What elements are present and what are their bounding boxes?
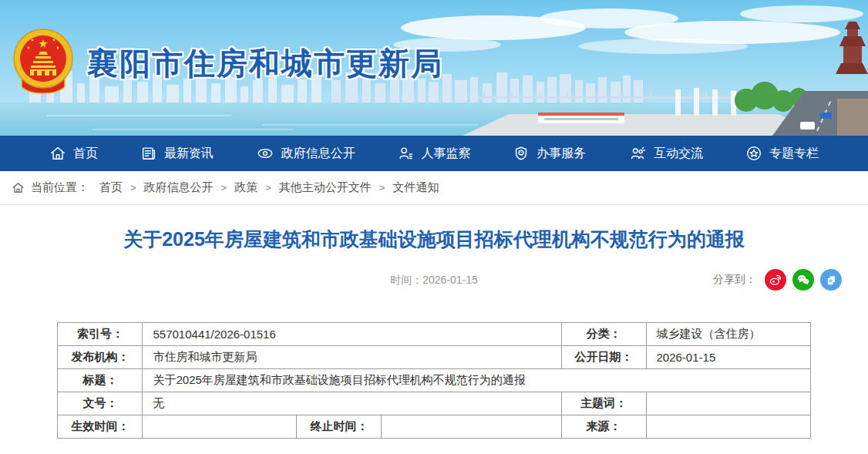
table-row: 生效时间： 终止时间： 来源：: [58, 415, 810, 439]
source-value: [646, 415, 810, 439]
issuing-agency-value: 市住房和城市更新局: [143, 346, 561, 369]
share-label: 分享到：: [713, 273, 756, 287]
expiry-date-label: 终止时间：: [297, 415, 382, 439]
keywords-value: [646, 392, 810, 415]
category-label: 分类：: [561, 323, 646, 346]
index-number-label: 索引号：: [58, 323, 143, 346]
effective-date-value: [143, 415, 297, 439]
publish-date-value: 2026-01-15: [646, 346, 810, 369]
nav-item-label: 办事服务: [537, 146, 586, 162]
main-nav: 首页 最新资讯 政府信息公开 人事监察: [0, 136, 868, 171]
wechat-icon: [796, 273, 810, 287]
nav-item-gov-info[interactable]: 政府信息公开: [256, 145, 355, 162]
news-icon: [140, 145, 157, 162]
nav-item-home[interactable]: 首页: [49, 145, 98, 162]
share-bar: 分享到：: [713, 269, 842, 291]
breadcrumb: 当前位置： 首页 > 政府信息公开 > 政策 > 其他主动公开文件 > 文件通知: [0, 171, 868, 205]
site-banner: 襄阳市住房和城市更新局: [0, 0, 868, 136]
breadcrumb-link-home[interactable]: 首页: [99, 180, 123, 195]
copy-doc-icon: [825, 274, 838, 287]
article-content: 关于2025年房屋建筑和市政基础设施项目招标代理机构不规范行为的通报 时间：20…: [0, 205, 868, 439]
breadcrumb-separator: >: [379, 182, 385, 193]
nav-item-label: 专题专栏: [769, 146, 819, 162]
breadcrumb-link-doc-notice[interactable]: 文件通知: [392, 180, 439, 195]
eye-icon: [256, 145, 274, 162]
share-copy-button[interactable]: [820, 269, 842, 291]
breadcrumb-link-gov-info[interactable]: 政府信息公开: [144, 180, 214, 195]
breadcrumb-separator: >: [265, 182, 271, 193]
nav-item-news[interactable]: 最新资讯: [140, 145, 214, 162]
shield-icon: [513, 145, 530, 162]
nav-item-label: 互动交流: [654, 146, 703, 162]
publish-date-label: 公开日期：: [561, 346, 646, 369]
weibo-icon: [769, 273, 782, 287]
nav-item-label: 首页: [73, 146, 98, 162]
doc-number-value: 无: [143, 392, 561, 415]
document-meta-table: 索引号： 557010441/2026-01516 分类： 城乡建设（含住房） …: [57, 322, 810, 439]
people-chat-icon: [628, 145, 647, 162]
doc-title-value: 关于2025年房屋建筑和市政基础设施项目招标代理机构不规范行为的通报: [143, 369, 810, 392]
issuing-agency-label: 发布机构：: [58, 346, 143, 369]
nav-item-label: 最新资讯: [164, 146, 214, 162]
nav-item-label: 人事监察: [421, 146, 470, 162]
category-value: 城乡建设（含住房）: [646, 323, 810, 346]
home-icon: [12, 181, 25, 194]
site-brand: 襄阳市住房和城市更新局: [11, 28, 443, 99]
table-row: 索引号： 557010441/2026-01516 分类： 城乡建设（含住房）: [58, 323, 810, 346]
share-weibo-button[interactable]: [765, 269, 786, 291]
nav-item-label: 政府信息公开: [281, 146, 355, 162]
expiry-date-value: [382, 415, 561, 439]
home-icon: [49, 145, 66, 162]
time-label: 时间：: [390, 274, 422, 286]
time-value: 2026-01-15: [422, 274, 478, 286]
nav-item-personnel[interactable]: 人事监察: [397, 145, 470, 162]
star-circle-icon: [745, 145, 762, 162]
table-row: 标题： 关于2025年房屋建筑和市政基础设施项目招标代理机构不规范行为的通报: [58, 369, 810, 392]
breadcrumb-link-other-public-docs[interactable]: 其他主动公开文件: [279, 180, 372, 195]
breadcrumb-location-label: 当前位置：: [31, 180, 89, 195]
nav-item-special-topics[interactable]: 专题专栏: [745, 145, 819, 162]
nav-item-services[interactable]: 办事服务: [513, 145, 586, 162]
article-meta-row: 时间：2026-01-15 分享到：: [0, 268, 868, 291]
source-label: 来源：: [561, 415, 646, 439]
site-title: 襄阳市住房和城市更新局: [87, 42, 443, 85]
doc-number-label: 文号：: [58, 392, 143, 415]
effective-date-label: 生效时间：: [58, 415, 143, 439]
nav-item-interaction[interactable]: 互动交流: [628, 145, 703, 162]
page-title: 关于2025年房屋建筑和市政基础设施项目招标代理机构不规范行为的通报: [45, 225, 823, 253]
share-wechat-button[interactable]: [792, 269, 814, 291]
doc-title-label: 标题：: [58, 369, 143, 392]
breadcrumb-link-policy[interactable]: 政策: [234, 180, 257, 195]
china-national-emblem-icon: [11, 28, 76, 99]
table-row: 文号： 无 主题词：: [58, 392, 810, 415]
table-row: 发布机构： 市住房和城市更新局 公开日期： 2026-01-15: [58, 346, 810, 369]
index-number-value: 557010441/2026-01516: [143, 323, 561, 346]
breadcrumb-separator: >: [130, 182, 136, 193]
breadcrumb-separator: >: [221, 182, 227, 193]
person-list-icon: [397, 145, 414, 162]
keywords-label: 主题词：: [561, 392, 646, 415]
